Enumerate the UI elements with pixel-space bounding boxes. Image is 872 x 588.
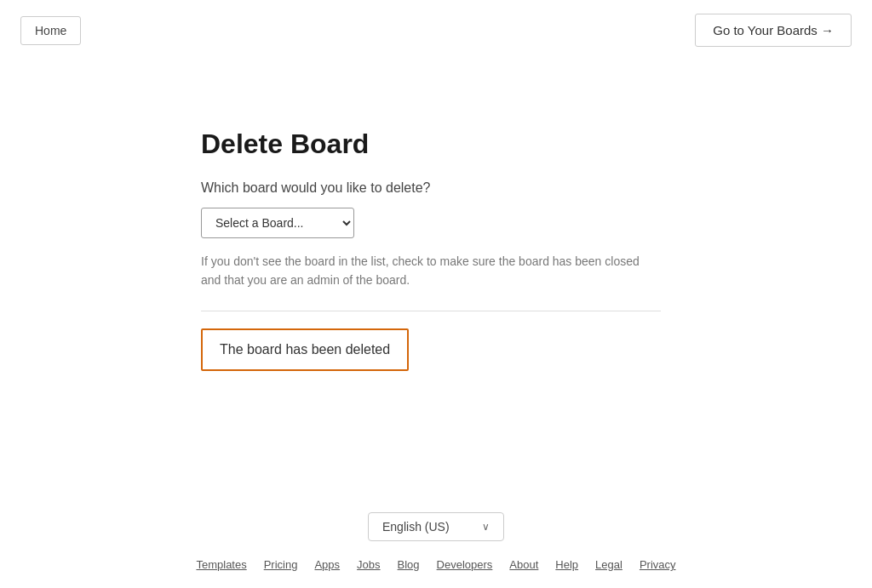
footer-link-templates[interactable]: Templates xyxy=(196,558,246,571)
footer-link-about[interactable]: About xyxy=(509,558,538,571)
footer-links: TemplatesPricingAppsJobsBlogDevelopersAb… xyxy=(20,558,852,571)
language-selector[interactable]: English (US) ∨ xyxy=(368,512,504,541)
footer-link-jobs[interactable]: Jobs xyxy=(357,558,380,571)
footer-link-developers[interactable]: Developers xyxy=(437,558,493,571)
success-message: The board has been deleted xyxy=(201,328,409,371)
board-select[interactable]: Select a Board... xyxy=(201,208,354,238)
footer: TemplatesPricingAppsJobsBlogDevelopersAb… xyxy=(0,551,872,588)
footer-link-legal[interactable]: Legal xyxy=(595,558,622,571)
header: Home Go to Your Boards → xyxy=(0,0,872,60)
footer-link-apps[interactable]: Apps xyxy=(314,558,340,571)
question-label: Which board would you like to delete? xyxy=(201,180,431,196)
footer-link-help[interactable]: Help xyxy=(555,558,578,571)
chevron-down-icon: ∨ xyxy=(482,521,490,533)
language-label: English (US) xyxy=(382,520,450,534)
page-title: Delete Board xyxy=(201,128,369,160)
language-section: English (US) ∨ xyxy=(0,495,872,551)
helper-text: If you don't see the board in the list, … xyxy=(201,252,661,290)
home-button[interactable]: Home xyxy=(20,16,81,45)
footer-link-privacy[interactable]: Privacy xyxy=(640,558,676,571)
footer-link-blog[interactable]: Blog xyxy=(398,558,420,571)
footer-link-pricing[interactable]: Pricing xyxy=(264,558,298,571)
main-content: Delete Board Which board would you like … xyxy=(0,60,872,495)
divider xyxy=(201,311,661,311)
go-to-boards-button[interactable]: Go to Your Boards → xyxy=(695,14,852,47)
